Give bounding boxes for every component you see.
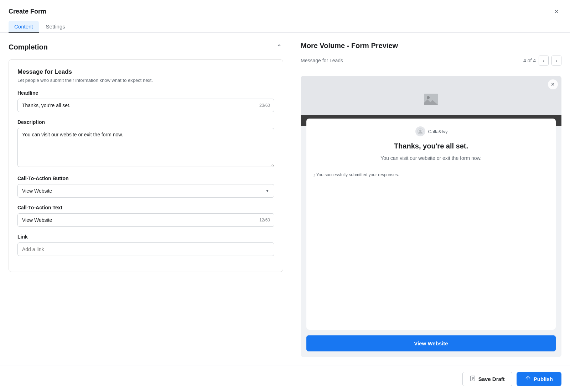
subsection-desc: Let people who submit their information … xyxy=(17,78,274,83)
preview-image-area: The image creative used in your ad will … xyxy=(301,76,561,126)
link-field: Link xyxy=(17,234,274,256)
modal-tabs: Content Settings xyxy=(0,16,570,33)
subsection-title: Message for Leads xyxy=(17,68,274,75)
headline-char-count: 23/60 xyxy=(259,103,270,108)
headline-input[interactable] xyxy=(17,99,274,112)
nav-page: 4 of 4 xyxy=(523,58,536,63)
headline-label: Headline xyxy=(17,90,274,96)
preview-description: You can visit our website or exit the fo… xyxy=(314,155,549,162)
preview-card: Calla&Ivy Thanks, you're all set. You ca… xyxy=(306,119,556,330)
preview-divider xyxy=(314,168,549,168)
svg-point-1 xyxy=(427,96,430,99)
cta-button-label: Call-To-Action Button xyxy=(17,176,274,181)
link-label: Link xyxy=(17,234,274,240)
preview-nav: Message for Leads 4 of 4 ‹ › xyxy=(301,56,561,70)
save-draft-label: Save Draft xyxy=(478,376,505,382)
link-input[interactable] xyxy=(17,242,274,256)
preview-cta-button[interactable]: View Website xyxy=(306,335,556,351)
cta-text-input[interactable] xyxy=(17,213,274,227)
right-panel: More Volume - Form Preview Message for L… xyxy=(292,33,570,366)
section-header: Completion ⌃ xyxy=(9,42,283,52)
preview-title: More Volume - Form Preview xyxy=(301,42,561,50)
modal-container: Create Form × Content Settings Completio… xyxy=(0,0,570,392)
cta-text-char-count: 12/60 xyxy=(259,218,270,223)
description-label: Description xyxy=(17,119,274,125)
brand-row: Calla&Ivy xyxy=(314,126,549,137)
section-title: Completion xyxy=(9,43,48,51)
publish-label: Publish xyxy=(534,376,553,382)
description-field: Description xyxy=(17,119,274,168)
preview-phone: ✕ The image creative used in your ad wil… xyxy=(301,76,561,357)
preview-nav-label: Message for Leads xyxy=(301,58,343,63)
success-message: i You successfully submitted your respon… xyxy=(314,172,549,178)
preview-close-button[interactable]: ✕ xyxy=(548,79,558,89)
subsection: Message for Leads Let people who submit … xyxy=(9,59,283,272)
info-icon: i xyxy=(314,172,315,178)
close-button[interactable]: × xyxy=(551,6,561,16)
headline-input-wrapper: 23/60 xyxy=(17,99,274,112)
nav-controls: 4 of 4 ‹ › xyxy=(523,56,561,66)
modal-footer: Save Draft Publish xyxy=(0,366,570,392)
cta-button-field: Call-To-Action Button View Website ▼ xyxy=(17,176,274,198)
nav-next-button[interactable]: › xyxy=(551,56,561,66)
description-textarea[interactable] xyxy=(17,128,274,167)
save-draft-button[interactable]: Save Draft xyxy=(462,372,512,386)
collapse-button[interactable]: ⌃ xyxy=(275,42,283,52)
cta-text-label: Call-To-Action Text xyxy=(17,205,274,210)
left-panel: Completion ⌃ Message for Leads Let peopl… xyxy=(0,33,292,366)
cta-text-input-wrapper: 12/60 xyxy=(17,213,274,227)
brand-name: Calla&Ivy xyxy=(428,129,448,134)
modal-header: Create Form × xyxy=(0,0,570,16)
publish-button[interactable]: Publish xyxy=(517,372,561,386)
modal-title: Create Form xyxy=(9,8,46,15)
publish-icon xyxy=(525,376,531,382)
cta-text-field: Call-To-Action Text 12/60 xyxy=(17,205,274,227)
headline-field: Headline 23/60 xyxy=(17,90,274,112)
cta-button-select[interactable]: View Website xyxy=(17,184,274,198)
preview-headline: Thanks, you're all set. xyxy=(314,142,549,150)
nav-prev-button[interactable]: ‹ xyxy=(539,56,549,66)
tab-settings[interactable]: Settings xyxy=(40,21,71,32)
tab-content[interactable]: Content xyxy=(9,21,39,32)
image-placeholder-icon xyxy=(423,91,440,111)
brand-avatar xyxy=(415,126,426,137)
save-draft-icon xyxy=(470,376,476,382)
modal-body: Completion ⌃ Message for Leads Let peopl… xyxy=(0,33,570,366)
cta-button-select-wrapper: View Website ▼ xyxy=(17,184,274,198)
